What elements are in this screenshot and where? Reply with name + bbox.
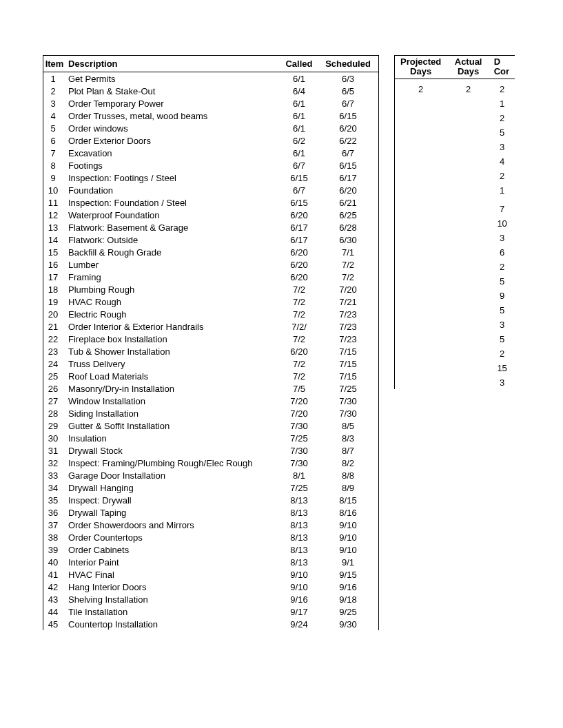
cell-projected: 2 — [394, 83, 447, 96]
cell-scheduled: 9/10 — [320, 543, 379, 556]
schedule-table-container: Item Description Called Scheduled 1Get P… — [43, 55, 379, 630]
table-row: 1Get Permits6/16/3 — [43, 72, 379, 85]
cell-item: 7 — [43, 147, 66, 159]
cell-actual — [447, 377, 490, 389]
cell-item: 10 — [43, 184, 66, 196]
cell-scheduled: 8/3 — [320, 432, 379, 444]
cell-item: 28 — [43, 407, 66, 419]
cell-projected — [394, 203, 447, 216]
cell-projected — [394, 333, 447, 346]
table-row: 9Inspection: Footings / Steel6/156/17 — [43, 171, 379, 184]
cell-item: 22 — [43, 333, 66, 345]
cell-scheduled: 8/9 — [320, 481, 379, 494]
table-row: 3 — [394, 377, 515, 389]
cell-scheduled: 9/16 — [320, 581, 379, 593]
cell-called: 8/13 — [279, 506, 320, 519]
cell-called: 6/1 — [279, 122, 320, 134]
table-row: 36Drywall Taping8/138/16 — [43, 506, 379, 519]
cell-description: Tub & Shower Installation — [65, 345, 279, 357]
cell-description: Waterproof Foundation — [65, 209, 279, 221]
cell-scheduled: 8/2 — [320, 457, 379, 469]
table-row: 2 — [394, 348, 515, 360]
cell-item: 26 — [43, 382, 66, 395]
cell-description: Plot Plan & Stake-Out — [65, 85, 279, 97]
cell-cor: 1 — [490, 98, 515, 110]
table-row: 8Footings6/76/15 — [43, 159, 379, 171]
cell-description: Garage Door Installation — [65, 469, 279, 481]
cell-called: 6/1 — [279, 97, 320, 110]
table-row: 2 — [394, 112, 515, 125]
cell-projected — [394, 275, 447, 288]
col-projected-l1: Projected — [399, 57, 443, 67]
col-projected-days: Projected Days — [394, 56, 447, 79]
cell-cor: 2 — [490, 170, 515, 183]
cell-description: Drywall Taping — [65, 506, 279, 519]
cell-called: 9/10 — [279, 581, 320, 593]
cell-item: 3 — [43, 97, 66, 110]
table-row: 27Window Installation7/207/30 — [43, 395, 379, 407]
table-row: 24Truss Delivery7/27/15 — [43, 357, 379, 370]
table-row: 10Foundation6/76/20 — [43, 184, 379, 196]
cell-item: 33 — [43, 469, 66, 481]
cell-scheduled: 7/15 — [320, 357, 379, 370]
table-row: 10 — [394, 218, 515, 230]
table-row: 7Excavation6/16/7 — [43, 147, 379, 159]
table-row: 40Interior Paint8/139/1 — [43, 556, 379, 568]
table-row: 20Electric Rough7/27/23 — [43, 308, 379, 320]
table-row: 35Inspect: Drywall8/138/15 — [43, 494, 379, 506]
table-row: 14Flatwork: Outside6/176/30 — [43, 233, 379, 246]
table-row: 13Flatwork: Basement & Garage6/176/28 — [43, 221, 379, 233]
table-row: 4 — [394, 156, 515, 168]
cell-actual — [447, 290, 490, 302]
cell-description: Inspect: Framing/Plumbing Rough/Elec Rou… — [65, 457, 279, 469]
cell-called: 6/2 — [279, 134, 320, 147]
table-row: 26Masonry/Dry-in Installation7/57/25 — [43, 382, 379, 395]
cell-description: Countertop Installation — [65, 618, 279, 630]
cell-called: 8/13 — [279, 556, 320, 568]
cell-description: Fireplace box Installation — [65, 333, 279, 345]
cell-scheduled: 9/15 — [320, 568, 379, 581]
cell-called: 7/20 — [279, 407, 320, 419]
table-row: 33Garage Door Installation8/18/8 — [43, 469, 379, 481]
cell-actual — [447, 348, 490, 360]
cell-called: 7/25 — [279, 481, 320, 494]
cell-called: 8/13 — [279, 531, 320, 543]
cell-item: 39 — [43, 543, 66, 556]
cell-description: Flatwork: Outside — [65, 233, 279, 246]
cell-description: Truss Delivery — [65, 357, 279, 370]
table-row: 3Order Temporary Power6/16/7 — [43, 97, 379, 110]
table-row: 43Shelving Installation9/169/18 — [43, 593, 379, 605]
cell-scheduled: 6/20 — [320, 184, 379, 196]
cell-scheduled: 8/5 — [320, 419, 379, 432]
table-row: 3 — [394, 141, 515, 154]
col-called: Called — [279, 56, 320, 72]
cell-scheduled: 6/25 — [320, 209, 379, 221]
cell-item: 42 — [43, 581, 66, 593]
cell-description: Foundation — [65, 184, 279, 196]
cell-actual: 2 — [447, 83, 490, 96]
cell-cor: 10 — [490, 218, 515, 230]
cell-item: 9 — [43, 171, 66, 184]
cell-scheduled: 6/30 — [320, 233, 379, 246]
cell-scheduled: 8/7 — [320, 444, 379, 457]
cell-scheduled: 6/21 — [320, 196, 379, 209]
cell-item: 31 — [43, 444, 66, 457]
page: Item Description Called Scheduled 1Get P… — [0, 0, 563, 728]
cell-description: Order Exterior Doors — [65, 134, 279, 147]
cell-cor: 9 — [490, 290, 515, 302]
cell-actual — [447, 275, 490, 288]
cell-description: Inspection: Foundation / Steel — [65, 196, 279, 209]
col-item: Item — [43, 56, 66, 72]
table-row: 32Inspect: Framing/Plumbing Rough/Elec R… — [43, 457, 379, 469]
table-row: 5 — [394, 304, 515, 317]
table-row: 4Order Trusses, metal, wood beams6/16/15 — [43, 110, 379, 122]
cell-scheduled: 7/30 — [320, 407, 379, 419]
cell-description: Inspect: Drywall — [65, 494, 279, 506]
cell-item: 1 — [43, 72, 66, 85]
cell-description: Order Interior & Exterior Handrails — [65, 320, 279, 333]
cell-item: 21 — [43, 320, 66, 333]
cell-description: Drywall Stock — [65, 444, 279, 457]
table-row: 222 — [394, 83, 515, 96]
cell-scheduled: 8/16 — [320, 506, 379, 519]
cell-called: 6/20 — [279, 258, 320, 271]
